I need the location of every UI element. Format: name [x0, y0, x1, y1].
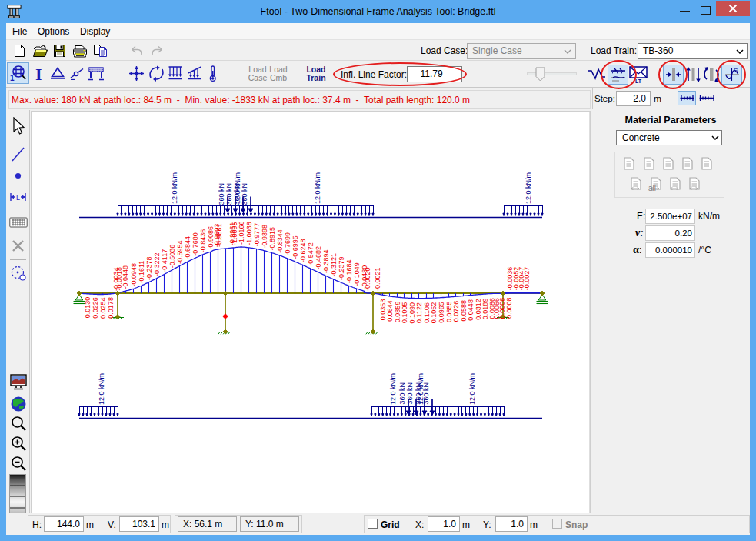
svg-text:-0.3222: -0.3222 [153, 252, 161, 276]
svg-text:0.0448: 0.0448 [467, 299, 475, 321]
svg-text:360 kN: 360 kN [225, 183, 233, 205]
svg-text:360 kN: 360 kN [406, 382, 414, 405]
svg-text:12.0 kN/m: 12.0 kN/m [314, 172, 321, 204]
svg-text:360 kN: 360 kN [218, 183, 225, 205]
svg-text:-0.8436: -0.8436 [199, 229, 207, 253]
svg-text:0.0965: 0.0965 [438, 302, 445, 323]
svg-text:-0.2378: -0.2378 [145, 256, 153, 280]
svg-text:-0.0027: -0.0027 [523, 267, 531, 291]
svg-text:-0.7680: -0.7680 [191, 232, 199, 256]
svg-text:-0.9398: -0.9398 [261, 225, 268, 249]
svg-text:-0.8915: -0.8915 [268, 227, 276, 251]
svg-text:-0.1049: -0.1049 [353, 262, 361, 286]
svg-text:-0.3121: -0.3121 [330, 253, 338, 277]
svg-text:-0.5472: -0.5472 [307, 242, 315, 266]
svg-text:0.1052: 0.1052 [430, 302, 438, 324]
svg-text:12.0 kN/m: 12.0 kN/m [98, 373, 105, 405]
svg-text:-0.0448: -0.0448 [122, 265, 129, 289]
svg-text:-1.0166: -1.0166 [238, 221, 245, 245]
svg-text:-0.9777: -0.9777 [253, 223, 261, 247]
svg-text:0.1122: 0.1122 [415, 302, 423, 323]
svg-text:0.0226: 0.0226 [92, 297, 99, 319]
svg-text:0.0254: 0.0254 [99, 298, 107, 319]
svg-text:-0.1611: -0.1611 [138, 261, 145, 284]
svg-text:-0.7699: -0.7699 [284, 232, 291, 256]
svg-text:360 kN: 360 kN [398, 382, 406, 405]
svg-text:0.0178: 0.0178 [107, 297, 115, 319]
svg-text:-0.6844: -0.6844 [184, 236, 191, 260]
svg-text:1: 1 [10, 74, 15, 82]
svg-text:0.0726: 0.0726 [452, 301, 460, 322]
svg-text:-0.0020: -0.0020 [364, 267, 371, 291]
svg-text:-0.0948: -0.0948 [130, 263, 138, 287]
svg-text:-1.0038: -1.0038 [245, 222, 253, 245]
svg-text:-0.8344: -0.8344 [276, 229, 284, 253]
svg-text:-0.9861: -0.9861 [215, 223, 223, 247]
svg-text:-0.5036: -0.5036 [168, 245, 176, 269]
svg-text:12.0 kN/m: 12.0 kN/m [525, 172, 532, 204]
svg-text:12.0 kN/m: 12.0 kN/m [468, 373, 476, 405]
svg-text:-0.2379: -0.2379 [338, 256, 345, 280]
svg-text:-0.0021: -0.0021 [374, 267, 381, 291]
svg-text:L: L [16, 194, 20, 202]
svg-text:-0.6995: -0.6995 [291, 235, 299, 259]
svg-text:0.0644: 0.0644 [386, 300, 394, 322]
svg-text:-0.1684: -0.1684 [345, 260, 353, 284]
svg-text:12.0 kN/m: 12.0 kN/m [234, 172, 241, 204]
svg-text:12.0 kN/m: 12.0 kN/m [171, 172, 178, 204]
svg-text:-0.4682: -0.4682 [315, 246, 322, 270]
svg-text:12.0 kN/m: 12.0 kN/m [389, 373, 397, 405]
svg-text:-0.5954: -0.5954 [176, 240, 184, 264]
svg-text:12.0 kN/m: 12.0 kN/m [417, 373, 425, 405]
svg-text:LT: LT [635, 78, 642, 83]
svg-text:-0.6248: -0.6248 [299, 239, 307, 263]
svg-text:-0.3894: -0.3894 [322, 249, 330, 273]
svg-text:0.1005: 0.1005 [401, 302, 408, 323]
svg-text:-0.4117: -0.4117 [161, 249, 168, 272]
svg-text:0.0008: 0.0008 [505, 298, 513, 319]
svg-text:360 kN: 360 kN [241, 183, 248, 205]
svg-text:0.0130: 0.0130 [84, 297, 92, 319]
